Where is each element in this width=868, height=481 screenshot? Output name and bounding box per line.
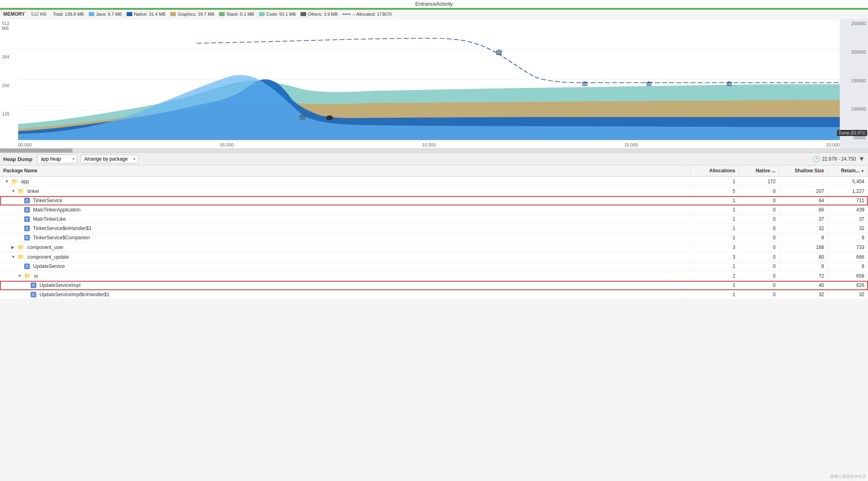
legend-item: Total: 139.8 MB (53, 12, 83, 17)
heap-select[interactable]: app heapimage heapzygote heap (37, 155, 77, 163)
table-cell-alloc: 2 (691, 272, 739, 280)
table-cell-native: 172 (739, 177, 779, 186)
class-icon: C (24, 216, 30, 222)
tree-arrow-icon[interactable]: ▼ (11, 255, 16, 259)
filter-icon[interactable]: ▼ (858, 155, 865, 163)
table-area: Package Name Allocations Native ... Shal… (0, 165, 868, 299)
table-cell-retain: 32 (828, 224, 868, 233)
table-cell-retain: 5,454 (828, 177, 868, 186)
table-cell-alloc: 1 (691, 215, 739, 224)
dump-label: Dump (02.071) (837, 130, 867, 136)
table-cell-retain: 711 (828, 196, 868, 205)
table-cell-shallow: 40 (779, 281, 828, 290)
table-row[interactable]: CUpdateServiceImpl1040626 (0, 281, 868, 290)
table-cell-alloc: 1 (691, 290, 739, 299)
table-row[interactable]: CMainTinkerApplication1066439 (0, 205, 868, 215)
table-cell-shallow: 8 (779, 262, 828, 271)
row-name-text: component_user (27, 245, 63, 250)
memory-chart: 512 MB 384 256 128 🗑 🗑 🗑 (0, 19, 868, 148)
table-row[interactable]: CUpdateService1088 (0, 262, 868, 271)
class-icon: C (24, 207, 30, 213)
table-cell-native: 0 (739, 233, 779, 242)
y-axis-left: 512 MB 384 256 128 (0, 19, 18, 148)
table-cell-alloc: 1 (691, 262, 739, 271)
legend-item: Stack: 0.1 MB (219, 12, 254, 17)
table-row[interactable]: ▼📁app11725,454 (0, 177, 868, 186)
table-row[interactable]: CUpdateServiceImpl$mHandler$1103232 (0, 290, 868, 299)
table-row[interactable]: ▼📁tinker502071,227 (0, 186, 868, 196)
table-cell-shallow: 32 (779, 224, 828, 233)
table-cell-native: 0 (739, 262, 779, 271)
class-icon: C (24, 198, 30, 203)
legend-container: Total: 139.8 MBJava: 9.7 MBNative: 31.4 … (53, 12, 392, 17)
svg-text:🗑: 🗑 (495, 49, 504, 56)
tree-arrow-icon[interactable]: ▼ (18, 274, 23, 278)
table-cell-native: 0 (739, 253, 779, 261)
th-native: Native ... (739, 165, 779, 176)
table-header: Package Name Allocations Native ... Shal… (0, 165, 868, 177)
scrollbar-thumb[interactable] (0, 148, 73, 153)
arrange-select[interactable]: Arrange by packageArrange by classArrang… (81, 155, 138, 163)
chart-scrollbar[interactable] (0, 148, 868, 153)
arrange-select-wrapper[interactable]: Arrange by packageArrange by classArrang… (81, 155, 138, 163)
folder-icon: 📁 (24, 273, 31, 279)
table-cell-retain: 1,227 (828, 187, 868, 196)
table-row[interactable]: CTinkerService$mHandler$1103232 (0, 224, 868, 233)
table-cell-shallow: 80 (779, 253, 828, 261)
table-cell-alloc: 1 (691, 233, 739, 242)
table-cell-name: ▼📁component_update (0, 252, 691, 261)
table-cell-retain: 8 (828, 262, 868, 271)
table-row[interactable]: CTinkerService1064711 (0, 196, 868, 205)
table-cell-name: ▼📁ui (0, 271, 691, 280)
table-cell-native: 0 (739, 224, 779, 233)
folder-icon: 📁 (11, 178, 18, 184)
table-cell-retain: 8 (828, 233, 868, 242)
table-cell-native: 0 (739, 243, 779, 252)
table-row[interactable]: ▼📁component_update3080666 (0, 252, 868, 262)
table-cell-native: 0 (739, 290, 779, 299)
svg-text:🗑: 🗑 (298, 113, 307, 120)
folder-icon: 📁 (18, 188, 24, 194)
tree-arrow-icon[interactable]: ▼ (11, 189, 16, 193)
table-cell-shallow: 188 (779, 243, 828, 252)
tree-arrow-icon[interactable]: ▶ (11, 245, 16, 249)
legend-item: Graphics: 39.7 MB (170, 12, 214, 17)
table-cell-native: 0 (739, 187, 779, 196)
table-row[interactable]: CTinkerService$Companion1088 (0, 233, 868, 243)
table-cell-shallow: 32 (779, 290, 828, 299)
table-cell-alloc: 1 (691, 205, 739, 214)
row-name-text: ui (34, 273, 38, 279)
table-cell-shallow: 64 (779, 196, 828, 205)
table-cell-alloc: 1 (691, 224, 739, 233)
heap-dump-label: Heap Dump (3, 156, 32, 162)
table-row[interactable]: CMainTinkerLike103737 (0, 215, 868, 224)
table-cell-shallow (779, 180, 828, 183)
legend-item: -- Allocated: 173670 (342, 12, 392, 17)
class-icon: C (31, 292, 36, 297)
table-row[interactable]: ▶📁component_user30188733 (0, 243, 868, 252)
table-cell-retain: 32 (828, 290, 868, 299)
table-cell-retain: 626 (828, 281, 868, 290)
memory-total-size: 512 MB (31, 12, 47, 17)
table-cell-name: CTinkerService$mHandler$1 (0, 224, 691, 233)
heap-select-wrapper[interactable]: app heapimage heapzygote heap (37, 155, 77, 163)
tree-arrow-icon[interactable]: ▼ (5, 179, 10, 184)
table-cell-native: 0 (739, 281, 779, 290)
table-cell-shallow: 8 (779, 233, 828, 242)
table-cell-retain: 658 (828, 272, 868, 280)
row-name-text: UpdateService (33, 264, 65, 269)
th-name: Package Name (0, 165, 691, 176)
table-cell-native: 0 (739, 272, 779, 280)
th-retain[interactable]: Retain... (828, 165, 868, 176)
memory-title: MEMORY (3, 11, 25, 17)
row-name-text: UpdateServiceImpl$mHandler$1 (40, 292, 109, 297)
legend-item: Code: 55.1 MB (259, 12, 296, 17)
folder-icon: 📁 (18, 254, 24, 260)
class-icon: C (24, 226, 30, 231)
table-row[interactable]: ▼📁ui2072658 (0, 271, 868, 281)
th-alloc: Allocations (691, 165, 739, 176)
class-icon: C (31, 282, 36, 288)
table-cell-retain: 37 (828, 215, 868, 224)
x-axis: 00.000 05.000 10.000 15.000 20.000 (18, 142, 840, 148)
th-shallow: Shallow Size (779, 165, 828, 176)
